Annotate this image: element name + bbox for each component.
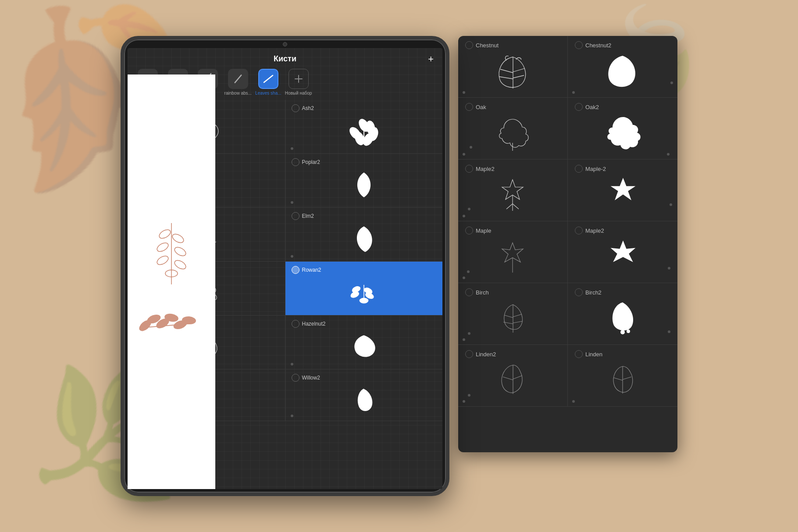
right-preview-chestnut xyxy=(465,53,560,92)
right-item-birch2[interactable]: Birch2 xyxy=(568,283,677,345)
right-name-birch: Birch xyxy=(476,289,489,296)
tab-leaves-icon xyxy=(258,69,278,89)
right-item-chestnut[interactable]: Chestnut xyxy=(458,36,568,98)
canvas-drawing-svg xyxy=(136,214,207,293)
small-dot xyxy=(463,215,465,217)
brush-check-willow2 xyxy=(292,374,299,382)
brush-check-elm2 xyxy=(292,212,299,220)
svg-point-1 xyxy=(158,228,172,240)
ipad-screen: Кисти + Cosmic text... Halloween xyxy=(128,48,442,489)
brush-preview-rowan2 xyxy=(292,277,437,311)
brush-check-ash2 xyxy=(292,104,299,112)
small-dot xyxy=(291,201,293,204)
brush-preview-hazelnut2 xyxy=(292,330,437,365)
right-item-oak[interactable]: Oak xyxy=(458,98,568,160)
right-check-oak2 xyxy=(575,103,583,111)
tab-rainbow[interactable]: rainbow abs... xyxy=(224,69,252,96)
small-dot-2 xyxy=(468,332,470,335)
svg-line-71 xyxy=(513,204,519,209)
small-dot-2 xyxy=(470,146,472,149)
svg-line-19 xyxy=(264,75,273,82)
right-name-maple-2: Maple-2 xyxy=(585,166,606,172)
brush-name-willow2: Willow2 xyxy=(302,375,320,381)
tab-add-icon xyxy=(289,69,309,89)
brush-item-ash2[interactable]: Ash2 xyxy=(285,100,443,153)
svg-line-67 xyxy=(513,75,524,78)
brush-check-poplar2 xyxy=(292,158,299,166)
small-dot xyxy=(463,338,465,341)
right-preview-maple xyxy=(465,238,560,277)
right-check-maple xyxy=(465,227,473,234)
brush-name-elm2: Elm2 xyxy=(302,213,314,219)
right-name-maple2b: Maple2 xyxy=(585,227,604,234)
small-dot xyxy=(670,203,672,206)
right-check-linden xyxy=(575,350,583,358)
right-item-oak2[interactable]: Oak2 xyxy=(568,98,677,160)
right-name-birch2: Birch2 xyxy=(585,289,602,296)
right-item-linden2[interactable]: Linden2 xyxy=(458,345,568,407)
tab-add[interactable]: Новый набор xyxy=(285,69,312,96)
right-name-linden: Linden xyxy=(585,351,602,358)
small-dot xyxy=(572,91,575,94)
tab-leaves[interactable]: Leaves sha... xyxy=(255,69,281,96)
right-item-maple[interactable]: Maple xyxy=(458,221,568,283)
svg-line-82 xyxy=(513,376,522,379)
right-preview-chestnut2 xyxy=(575,53,670,92)
right-name-maple2: Maple2 xyxy=(476,166,495,172)
right-check-chestnut xyxy=(465,41,473,49)
main-layout: Кисти + Cosmic text... Halloween xyxy=(121,36,677,496)
svg-point-3 xyxy=(156,241,170,253)
right-name-chestnut: Chestnut xyxy=(476,42,499,49)
svg-line-65 xyxy=(513,68,525,72)
small-dot xyxy=(668,267,670,270)
brush-item-willow2[interactable]: Willow2 xyxy=(285,369,443,421)
tab-add-label: Новый набор xyxy=(285,91,312,96)
right-item-maple2[interactable]: Maple2 xyxy=(458,160,568,221)
canvas-drawing-rowan xyxy=(136,304,198,348)
small-dot xyxy=(291,363,293,365)
add-brush-set-button[interactable]: + xyxy=(428,53,434,65)
svg-point-5 xyxy=(156,254,170,266)
right-item-chestnut2[interactable]: Chestnut2 xyxy=(568,36,677,98)
right-preview-maple2b xyxy=(575,238,670,277)
small-dot xyxy=(572,400,575,403)
brush-check-hazelnut2 xyxy=(292,320,299,328)
brush-name-ash2: Ash2 xyxy=(302,105,314,111)
small-dot xyxy=(291,415,293,417)
svg-line-18 xyxy=(234,75,242,82)
brush-item-poplar2[interactable]: Poplar2 xyxy=(285,154,443,207)
right-item-birch[interactable]: Birch xyxy=(458,283,568,345)
small-dot-2 xyxy=(468,394,470,397)
tab-rainbow-label: rainbow abs... xyxy=(224,91,252,96)
small-dot-2 xyxy=(670,82,673,84)
brush-item-rowan2[interactable]: Rowan2 xyxy=(285,262,443,315)
right-check-birch2 xyxy=(575,288,583,296)
right-preview-linden xyxy=(575,362,670,401)
right-item-maple2b[interactable]: Maple2 xyxy=(568,221,677,283)
right-item-maple-2[interactable]: Maple-2 xyxy=(568,160,677,221)
svg-point-4 xyxy=(173,245,187,258)
ipad-camera xyxy=(283,42,287,46)
right-panel: Chestnut xyxy=(458,36,677,452)
svg-line-77 xyxy=(513,321,523,323)
right-check-maple-2 xyxy=(575,165,583,173)
brush-item-hazelnut2[interactable]: Hazelnut2 xyxy=(285,316,443,369)
brush-name-poplar2: Poplar2 xyxy=(302,159,320,165)
small-dot xyxy=(667,153,670,156)
svg-line-85 xyxy=(623,377,631,379)
right-preview-linden2 xyxy=(465,362,560,401)
svg-line-75 xyxy=(513,314,522,317)
brush-preview-willow2 xyxy=(292,384,437,416)
svg-point-2 xyxy=(171,232,185,245)
svg-point-56 xyxy=(359,298,368,304)
right-item-linden[interactable]: Linden xyxy=(568,345,677,407)
small-dot-2 xyxy=(468,208,470,210)
tab-leaves-label: Leaves sha... xyxy=(255,91,281,96)
small-dot xyxy=(291,255,293,258)
brush-name-rowan2: Rowan2 xyxy=(302,267,321,273)
small-dot xyxy=(463,400,465,403)
right-preview-birch xyxy=(465,300,560,339)
brush-item-elm2[interactable]: Elm2 xyxy=(285,208,443,261)
tab-rainbow-icon xyxy=(228,69,248,89)
small-dot-2 xyxy=(467,270,470,273)
